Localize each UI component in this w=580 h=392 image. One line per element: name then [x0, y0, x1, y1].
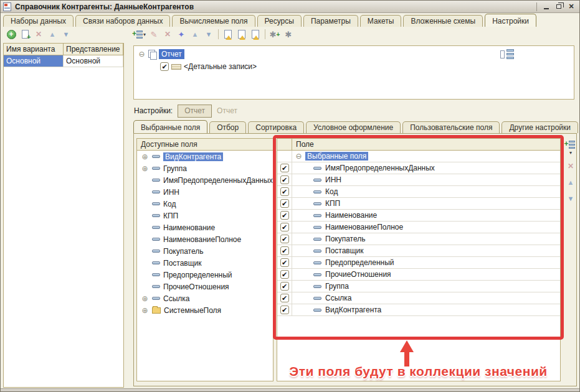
settings-tab-2[interactable]: Сортировка — [248, 121, 304, 133]
tree-node-detail-records[interactable]: ✔ <Детальные записи> — [160, 62, 257, 71]
checkbox-checked[interactable]: ✔ — [280, 199, 289, 208]
selected-field-row[interactable]: ✔ИмяПредопределенныхДанных — [277, 162, 560, 174]
collapse-icon[interactable]: ⊖ — [295, 152, 303, 161]
settings-tab-4[interactable]: Пользовательские поля — [402, 121, 500, 133]
checkbox-checked[interactable]: ✔ — [280, 246, 289, 255]
save-settings-as-button[interactable] — [250, 29, 261, 40]
load-settings-button[interactable] — [222, 29, 234, 40]
settings-wizard-button[interactable]: ✦ — [176, 29, 187, 40]
available-field-row[interactable]: ⊕Наименование — [137, 222, 273, 233]
main-tab-4[interactable]: Параметры — [303, 15, 358, 27]
move-field-down-button[interactable]: ▼ — [564, 193, 577, 204]
restore-button[interactable] — [553, 2, 564, 11]
collapse-icon[interactable]: ⊖ — [138, 50, 146, 58]
available-field-row[interactable]: ⊕КПП — [137, 210, 273, 222]
close-button[interactable]: ✕ — [566, 2, 577, 11]
main-tab-7[interactable]: Настройки — [485, 14, 536, 27]
delete-structure-item-button[interactable]: ✕ — [162, 29, 173, 40]
group-label[interactable]: Выбранные поля — [305, 152, 368, 161]
dropdown-caret-icon[interactable]: ▾ — [569, 150, 572, 156]
variant-name-cell[interactable]: Основной — [4, 55, 64, 67]
settings-tab-5[interactable]: Другие настройки — [502, 121, 578, 133]
save-settings-button[interactable] — [236, 29, 247, 40]
delete-variant-button[interactable]: ✕ — [33, 29, 44, 40]
available-field-row[interactable]: ⊕ИмяПредопределенныхДанных — [137, 174, 273, 186]
expand-icon[interactable]: ⊕ — [141, 152, 149, 161]
selected-field-row[interactable]: ✔ПрочиеОтношения — [277, 269, 560, 281]
delete-field-button[interactable]: ✕ — [564, 161, 577, 172]
column-header-presentation[interactable]: Представление — [64, 44, 123, 55]
checkbox-checked[interactable]: ✔ — [160, 62, 169, 71]
browse-settings-button[interactable]: ✱ — [283, 29, 294, 40]
move-variant-up-button[interactable]: ▲ — [47, 29, 58, 40]
main-tab-2[interactable]: Вычисляемые поля — [172, 15, 255, 27]
selected-field-row[interactable]: ✔НаименованиеПолное — [277, 222, 560, 233]
settings-tab-1[interactable]: Отбор — [209, 121, 246, 133]
expand-icon[interactable]: ⊕ — [141, 306, 149, 315]
checkbox-checked[interactable]: ✔ — [280, 235, 289, 243]
available-field-row[interactable]: ⊕ПрочиеОтношения — [137, 281, 273, 292]
selected-field-row[interactable]: ✔Код — [277, 186, 560, 198]
available-field-row[interactable]: ⊕Код — [137, 198, 273, 210]
available-field-row[interactable]: ⊕Ссылка — [137, 292, 273, 304]
variant-presentation-cell[interactable]: Основной — [64, 55, 123, 67]
selected-field-row[interactable]: ✔КПП — [277, 198, 560, 210]
main-tab-5[interactable]: Макеты — [360, 15, 402, 27]
checkbox-checked[interactable]: ✔ — [280, 164, 289, 172]
expand-icon[interactable]: ⊕ — [141, 294, 149, 303]
add-structure-item-button[interactable]: + ▾ — [135, 29, 146, 40]
selected-field-row[interactable]: ✔Покупатель — [277, 233, 560, 245]
selected-fields-group-row[interactable]: ⊖ Выбранные поля — [277, 151, 560, 162]
checkbox-checked[interactable]: ✔ — [280, 258, 289, 267]
column-header-variant-name[interactable]: Имя варианта — [4, 44, 64, 55]
selected-field-row[interactable]: ✔ИНН — [277, 174, 560, 186]
checkbox-checked[interactable]: ✔ — [280, 187, 289, 196]
move-structure-up-button[interactable]: ▲ — [189, 29, 201, 40]
selected-field-row[interactable]: ✔Поставщик — [277, 245, 560, 257]
selected-field-row[interactable]: ✔Предопределенный — [277, 257, 560, 269]
edit-structure-item-button[interactable]: ✎ — [148, 29, 159, 40]
add-field-button[interactable]: + — [564, 139, 577, 150]
add-variant-button[interactable]: + — [6, 29, 17, 40]
checkbox-checked[interactable]: ✔ — [280, 270, 289, 279]
available-field-row[interactable]: ⊕Предопределенный — [137, 269, 273, 281]
main-tab-1[interactable]: Связи наборов данных — [75, 15, 170, 27]
main-tab-0[interactable]: Наборы данных — [3, 15, 74, 27]
minimize-button[interactable] — [541, 2, 552, 11]
available-field-row[interactable]: ⊕ВидКонтрагента — [137, 151, 273, 162]
checkbox-checked[interactable]: ✔ — [280, 211, 289, 220]
field-label: ИНН — [325, 175, 341, 184]
settings-tab-0[interactable]: Выбранные поля — [133, 120, 207, 133]
move-field-up-button[interactable]: ▲ — [564, 177, 577, 188]
available-field-row[interactable]: ⊕Поставщик — [137, 257, 273, 269]
move-variant-down-button[interactable]: ▼ — [60, 29, 72, 40]
available-field-row[interactable]: ⊕СистемныеПоля — [137, 304, 273, 316]
checkbox-checked[interactable]: ✔ — [280, 223, 289, 231]
checkbox-checked[interactable]: ✔ — [280, 175, 289, 184]
field-attribute-icon — [152, 155, 160, 158]
checkbox-checked[interactable]: ✔ — [280, 282, 289, 291]
move-structure-down-button[interactable]: ▼ — [203, 29, 214, 40]
available-field-row[interactable]: ⊕Покупатель — [137, 245, 273, 257]
available-field-row[interactable]: ⊕Группа — [137, 162, 273, 174]
new-settings-button[interactable]: ✱+ — [269, 29, 280, 40]
table-row[interactable]: Основной Основной — [4, 55, 123, 67]
available-field-row[interactable]: ⊕ИНН — [137, 186, 273, 198]
selected-field-row[interactable]: ✔Наименование — [277, 210, 560, 222]
selected-field-row[interactable]: ✔Группа — [277, 281, 560, 292]
selected-field-row[interactable]: ✔Ссылка — [277, 292, 560, 304]
main-tab-6[interactable]: Вложенные схемы — [403, 15, 483, 27]
checkbox-checked[interactable]: ✔ — [280, 306, 289, 314]
main-tab-3[interactable]: Ресурсы — [257, 15, 302, 27]
checkbox-checked[interactable]: ✔ — [280, 294, 289, 302]
settings-tab-3[interactable]: Условное оформление — [306, 121, 401, 133]
field-attribute-icon — [313, 226, 321, 229]
tree-node-label[interactable]: Отчет — [159, 49, 184, 59]
expand-icon[interactable]: ⊕ — [141, 164, 149, 173]
tree-node-label[interactable]: <Детальные записи> — [184, 62, 257, 71]
copy-variant-button[interactable]: + — [19, 29, 31, 40]
settings-scope-button[interactable]: Отчет — [178, 105, 212, 118]
tree-node-report[interactable]: ⊖ Отчет — [138, 49, 184, 59]
selected-field-row[interactable]: ✔ВидКонтрагента — [277, 304, 560, 316]
available-field-row[interactable]: ⊕НаименованиеПолное — [137, 233, 273, 245]
